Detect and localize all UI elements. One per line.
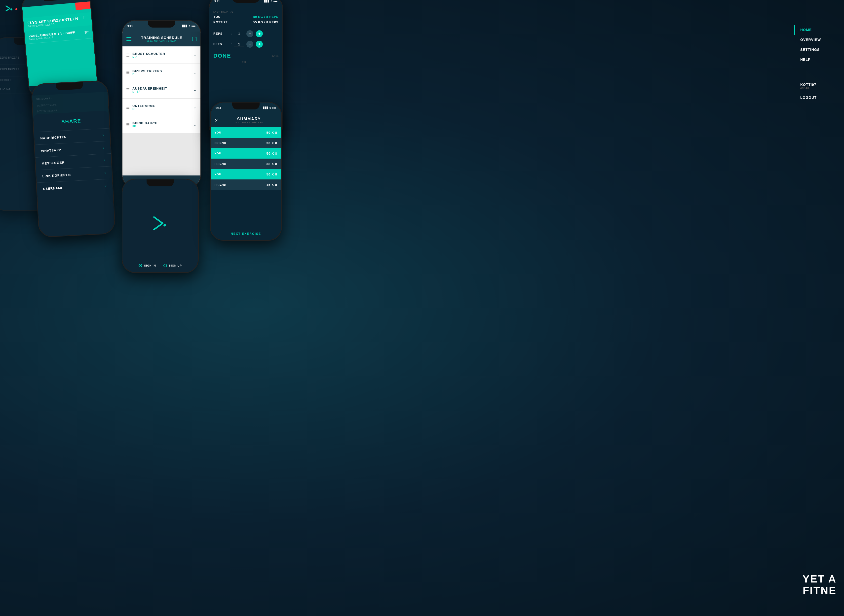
sign-up-tab[interactable]: SIGN UP [163, 264, 182, 267]
sign-in-label: SIGN IN [144, 264, 156, 267]
ts-item-name: BEINE BAUCH [132, 121, 157, 125]
ts-item-day: MI-SA [132, 90, 167, 93]
notch-summary [232, 103, 260, 110]
tagline: YET A FITNE [803, 573, 837, 596]
reps-increment-button[interactable]: + [256, 30, 263, 37]
drag-handle[interactable] [126, 71, 129, 74]
logo-chevron-icon [150, 213, 170, 233]
sign-up-label: SIGN UP [169, 264, 182, 267]
drag-handle[interactable] [126, 106, 129, 109]
tracker-you-value: 50 KG / 8 REPS [253, 15, 278, 19]
nav-item-logout[interactable]: LOGOUT [794, 92, 844, 103]
sign-in-tab[interactable]: SIGN IN [138, 264, 156, 267]
tracker-you-row: YOU: 50 KG / 8 REPS [213, 15, 278, 19]
status-time: 9:41 [127, 25, 133, 28]
ts-item-ausdauer[interactable]: AUSDAUEREINHEIT MI-SA ⌄ [122, 81, 200, 98]
ts-item-day: DI [132, 73, 162, 76]
ts-title: TRAINING SCHEDULE [141, 36, 182, 40]
notch-login [147, 179, 174, 186]
nav-item-user[interactable]: KOTTI97 #3546 [794, 80, 844, 92]
status-time-tracker: 9:41 [214, 0, 220, 3]
svg-point-0 [163, 224, 166, 227]
filter-icon[interactable] [83, 16, 87, 19]
sets-increment-button[interactable]: + [256, 41, 263, 48]
next-exercise-label: NEXT EXERCISE [231, 232, 261, 236]
summary-you-row-1: YOU 50 X 8 [211, 127, 281, 138]
done-button[interactable]: DONE [213, 53, 231, 59]
reps-counter: REPS : 1 − + [213, 30, 278, 37]
hamburger-icon[interactable] [126, 37, 131, 41]
next-exercise-button[interactable]: NEXT EXERCISE [211, 227, 281, 240]
notch-share [56, 82, 83, 91]
nav-item-home[interactable]: HOME [794, 25, 844, 35]
sets-label: SETS [213, 43, 228, 46]
sign-up-radio[interactable] [163, 264, 167, 267]
login-tabs: SIGN IN SIGN UP [122, 264, 198, 267]
summary-friend-row-2: FRIEND 38 X 8 [211, 158, 281, 169]
phone-login: SIGN IN SIGN UP [122, 179, 199, 273]
app-logo-icon [5, 5, 14, 12]
chevron-down-icon[interactable]: ⌄ [194, 123, 197, 126]
ts-item-day: FR [132, 125, 157, 128]
share-button-icon[interactable] [192, 37, 197, 41]
accent-red [75, 1, 91, 10]
tagline-line2: FITNE [803, 585, 837, 596]
notch-tracker [232, 0, 260, 3]
summary-you-row-3: YOU 50 X 8 [211, 169, 281, 179]
svg-point-1 [10, 9, 12, 10]
ts-item-day: MO [132, 56, 165, 58]
ts-header: TRAINING SCHEDULE 5day, NO PAIN NO GAIN [122, 32, 200, 46]
tracker-you-label: YOU: [213, 15, 222, 19]
skip-button[interactable]: SKIP [213, 60, 278, 63]
summary-close-button[interactable]: ✕ [215, 118, 218, 123]
last-training-label: LAST TRAINING [213, 11, 278, 13]
tagline-line1: YET A [803, 573, 837, 585]
ts-item-brust[interactable]: BRUST SCHULTER MO ⌄ [122, 46, 200, 64]
reps-decrement-button[interactable]: − [246, 30, 253, 37]
ts-item-name: BIZEPS TRIZEPS [132, 69, 162, 73]
login-logo [150, 213, 170, 234]
reps-label: REPS [213, 32, 228, 35]
summary-friend-row-3: FRIEND 15 X 8 [211, 179, 281, 190]
phone-training-schedule: 9:41 ▊▊▊ ⊙ ■■■ TRAINING SCHEDULE 5day, N… [122, 20, 201, 189]
status-time-summary: 9:41 [216, 107, 221, 110]
ts-item-name: AUSDAUEREINHEIT [132, 87, 167, 90]
ts-item-beine[interactable]: BEINE BAUCH FR ⌄ [122, 116, 200, 133]
ts-item-day: DO [132, 108, 155, 110]
summary-header: ✕ SUMMARY FLACHBANKDRÜCKEN [211, 113, 281, 127]
sets-counter: SETS : 1 − + [213, 41, 278, 48]
chevron-down-icon[interactable]: ⌄ [194, 88, 197, 92]
drag-handle[interactable] [126, 123, 129, 126]
nav-user-id: #3546 [800, 87, 838, 89]
tracker-friend-value: 55 KG / 8 REPS [253, 21, 278, 24]
summary-subtitle: FLACHBANKDRÜCKEN [221, 121, 277, 124]
ts-subtitle: 5day, NO PAIN NO GAIN [141, 40, 182, 42]
tracker-friend-row: KOTTI97: 55 KG / 8 REPS [213, 21, 278, 24]
phone-share-menu: SCHEDULE › BIZEPS TRIZEPS BIZEPS TRIZEPS… [31, 80, 116, 238]
nav-item-settings[interactable]: SETTINGS [794, 45, 844, 54]
ts-item-unterarme[interactable]: UNTERARME DO ⌄ [122, 98, 200, 116]
ts-item-bizeps[interactable]: BIZEPS TRIZEPS DI ⌄ [122, 64, 200, 81]
tracker-friend-label: KOTTI97: [213, 21, 228, 24]
phone-summary: 9:41 ▊▊▊ ⊙ ■■■ ✕ SUMMARY FLACHBANKDRÜCKE… [210, 102, 282, 241]
app-logo [5, 5, 18, 13]
sets-decrement-button[interactable]: − [246, 41, 253, 48]
share-panel: SHARE NACHRICHTEN › WHATSAPP › MESSENGER… [33, 110, 115, 237]
drag-handle[interactable] [126, 54, 129, 57]
sets-value: 1 [234, 42, 244, 46]
ts-item-name: BRUST SCHULTER [132, 52, 165, 56]
nav-item-overview[interactable]: OVERVIEW [794, 35, 844, 45]
chevron-down-icon[interactable]: ⌄ [194, 105, 197, 109]
drag-handle[interactable] [126, 88, 129, 91]
summary-you-row-2: YOU 50 X 8 [211, 148, 281, 158]
filter-icon-2[interactable] [85, 31, 89, 34]
done-section: DONE 12/16 SKIP [213, 53, 278, 63]
chevron-down-icon[interactable]: ⌄ [194, 53, 197, 57]
logo-red-dot [15, 8, 18, 10]
sign-in-radio[interactable] [138, 264, 142, 267]
nav-item-help[interactable]: HELP [794, 54, 844, 65]
chevron-down-icon[interactable]: ⌄ [194, 70, 197, 75]
nav-divider [794, 72, 844, 72]
summary-friend-row-1: FRIEND 30 X 8 [211, 138, 281, 148]
notch-ts [148, 21, 175, 28]
